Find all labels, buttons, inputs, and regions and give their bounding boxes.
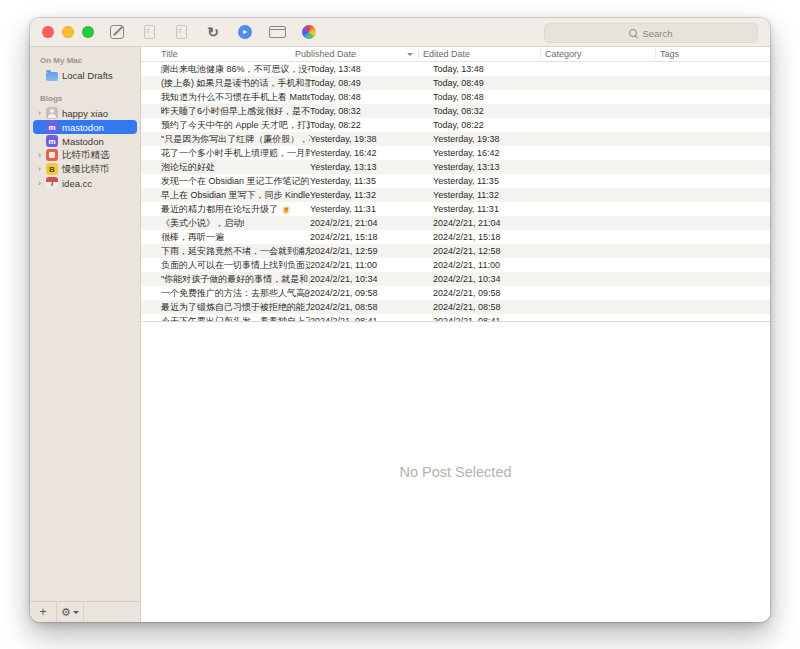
document-icon [176, 25, 187, 39]
detail-pane: No Post Selected [141, 322, 770, 622]
table-row[interactable]: 昨天睡了6小时但早上感觉很好，是不是说...Today, 08:32Today,… [141, 104, 770, 118]
table-row[interactable]: 预约了今天中午的 Apple 天才吧，打算给徕...Today, 08:22To… [141, 118, 770, 132]
post-list: 测出来电池健康 86%，不可思议，没有达到...Today, 13:48Toda… [141, 62, 770, 322]
disclosure-chevron-icon[interactable]: › [35, 164, 44, 174]
post-title: 早上在 Obsidian 里写下，同步 Kindle 高亮... [141, 189, 310, 202]
toolbar-icons: ↻ ▸ [108, 23, 318, 41]
post-edited-date: Yesterday, 11:31 [433, 204, 550, 214]
table-row[interactable]: 测出来电池健康 86%，不可思议，没有达到...Today, 13:48Toda… [141, 62, 770, 76]
table-row[interactable]: "你能对孩子做的最好的事情，就是和另一...2024/2/21, 10:3420… [141, 272, 770, 286]
post-title: "你能对孩子做的最好的事情，就是和另一... [141, 273, 310, 286]
table-row[interactable]: (接上条) 如果只是读书的话，手机和墨水屏...Today, 08:49Toda… [141, 76, 770, 90]
sidebar: On My MacLocal DraftsBlogs›happy xiaomma… [30, 47, 141, 622]
post-published-date: Today, 08:48 [310, 92, 433, 102]
post-edited-date: 2024/2/21, 15:18 [433, 232, 550, 242]
column-header-label: Published Date [295, 49, 356, 59]
avatar-icon [46, 107, 58, 119]
disclosure-chevron-icon[interactable]: › [35, 108, 44, 118]
post-title: "只是因为你写出了红牌（廉价股），不代表... [141, 133, 310, 146]
table-row[interactable]: 《美式小说》，启动!2024/2/21, 21:042024/2/21, 21:… [141, 216, 770, 230]
table-row[interactable]: 今天下午要出门剪头发，看看独自上了摄手机...2024/2/21, 08:412… [141, 314, 770, 322]
search-placeholder: Search [642, 28, 672, 39]
minimize-window-button[interactable] [62, 26, 74, 38]
disclosure-chevron-icon[interactable]: › [35, 150, 44, 160]
refresh-button[interactable]: ↻ [204, 23, 222, 41]
search-icon [629, 29, 637, 37]
colors-button[interactable] [300, 23, 318, 41]
post-title: 一个免费推广的方法：去那些人气高的论坛... [141, 287, 310, 300]
send-to-blog-button[interactable]: ▸ [236, 23, 254, 41]
chevron-down-icon [73, 611, 79, 614]
window-controls [42, 26, 94, 38]
table-row[interactable]: 泡论坛的好处Yesterday, 13:13Yesterday, 13:13 [141, 160, 770, 174]
edit-post-button [140, 23, 158, 41]
sidebar-item-慢慢比特币[interactable]: ›B慢慢比特币 [33, 162, 137, 176]
settings-button[interactable]: ⚙ [57, 602, 84, 622]
post-published-date: 2024/2/21, 08:58 [310, 302, 433, 312]
table-row[interactable]: 早上在 Obsidian 里写下，同步 Kindle 高亮...Yesterda… [141, 188, 770, 202]
post-title: 昨天睡了6小时但早上感觉很好，是不是说... [141, 105, 310, 118]
post-edited-date: Yesterday, 16:42 [433, 148, 550, 158]
table-row[interactable]: 我知道为什么不习惯在手机上看 Matter 或 R...Today, 08:48… [141, 90, 770, 104]
table-row[interactable]: "只是因为你写出了红牌（廉价股），不代表...Yesterday, 19:38Y… [141, 132, 770, 146]
table-row[interactable]: 下雨，延安路竟然不堵，一会就到浦东了2024/2/21, 12:592024/2… [141, 244, 770, 258]
post-title: 泡论坛的好处 [141, 161, 310, 174]
mastodon-icon: m [46, 135, 58, 147]
table-row[interactable]: 最近的精力都用在论坛升级了 🍺Yesterday, 11:31Yesterday… [141, 202, 770, 216]
sidebar-item-label: 比特币精选 [62, 149, 110, 162]
orange-blog-icon [46, 149, 58, 161]
gear-icon: ⚙ [61, 607, 71, 618]
new-post-button[interactable] [108, 23, 126, 41]
search-input[interactable]: Search [544, 23, 758, 43]
post-published-date: Today, 08:22 [310, 120, 433, 130]
post-published-date: Today, 08:32 [310, 106, 433, 116]
table-row[interactable]: 花了一个多小时手机上填理赔，一月到现在...Yesterday, 16:42Ye… [141, 146, 770, 160]
document-icon [144, 25, 155, 39]
sidebar-item-idea-cc[interactable]: ›iidea.cc [33, 176, 137, 190]
column-header-edited-date[interactable]: Edited Date [418, 49, 540, 59]
column-header-category[interactable]: Category [540, 49, 655, 59]
sidebar-item-label: mastodon [62, 122, 104, 133]
compose-icon [110, 25, 124, 39]
sidebar-item-happy-xiao[interactable]: ›happy xiao [33, 106, 137, 120]
sidebar-footer: + ⚙ [30, 601, 140, 622]
post-title: 我知道为什么不习惯在手机上看 Matter 或 R... [141, 91, 310, 104]
post-published-date: 2024/2/21, 09:58 [310, 288, 433, 298]
browser-window-button[interactable] [268, 23, 286, 41]
sidebar-item-label: Local Drafts [62, 70, 113, 81]
titlebar-toolbar: ↻ ▸ Search [30, 18, 770, 47]
sidebar-item-label: idea.cc [62, 178, 92, 189]
post-published-date: 2024/2/21, 15:18 [310, 232, 433, 242]
post-edited-date: Yesterday, 13:13 [433, 162, 550, 172]
post-title: 发现一个在 Obsidian 里记工作笔记的好... [141, 175, 310, 188]
table-header: Title Published Date Edited Date Categor… [141, 47, 770, 62]
sidebar-item-local-drafts[interactable]: Local Drafts [33, 68, 137, 82]
post-edited-date: 2024/2/21, 08:58 [433, 302, 550, 312]
post-edited-date: Today, 08:22 [433, 120, 550, 130]
post-published-date: Yesterday, 16:42 [310, 148, 433, 158]
color-wheel-icon [302, 25, 316, 39]
add-blog-button[interactable]: + [30, 602, 57, 622]
column-header-tags[interactable]: Tags [655, 49, 770, 59]
sidebar-item-比特币精选[interactable]: ›比特币精选 [33, 148, 137, 162]
table-row[interactable]: 负面的人可以在一切事情上找到负面这是一...2024/2/21, 11:0020… [141, 258, 770, 272]
table-row[interactable]: 发现一个在 Obsidian 里记工作笔记的好...Yesterday, 11:… [141, 174, 770, 188]
disclosure-chevron-icon[interactable]: › [35, 178, 44, 188]
sidebar-item-label: 慢慢比特币 [62, 163, 110, 176]
table-row[interactable]: 最近为了锻炼自己习惯于被拒绝的能力，又...2024/2/21, 08:5820… [141, 300, 770, 314]
post-published-date: Yesterday, 11:31 [310, 204, 433, 214]
table-row[interactable]: 很棒，再听一遍2024/2/21, 15:182024/2/21, 15:18 [141, 230, 770, 244]
zoom-window-button[interactable] [82, 26, 94, 38]
mastodon-icon: m [46, 121, 58, 133]
table-row[interactable]: 一个免费推广的方法：去那些人气高的论坛...2024/2/21, 09:5820… [141, 286, 770, 300]
app-window: ↻ ▸ Search On My MacLocal DraftsBlogs›ha… [30, 18, 770, 622]
sidebar-item-mastodon[interactable]: mmastodon [33, 120, 137, 134]
close-window-button[interactable] [42, 26, 54, 38]
post-edited-date: Yesterday, 11:35 [433, 176, 550, 186]
column-header-title[interactable]: Title [141, 49, 295, 59]
column-header-published-date[interactable]: Published Date [295, 49, 418, 59]
sidebar-section-header: On My Mac [30, 56, 140, 68]
sidebar-item-mastodon[interactable]: mMastodon [33, 134, 137, 148]
post-edited-date: 2024/2/21, 11:00 [433, 260, 550, 270]
post-edited-date: Today, 08:48 [433, 92, 550, 102]
